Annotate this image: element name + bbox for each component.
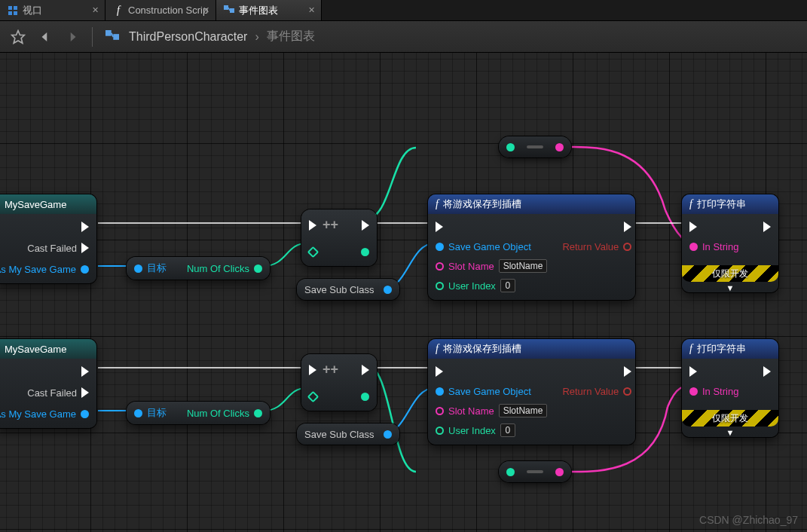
breadcrumb-root[interactable]: ThirdPersonCharacter [129, 30, 247, 44]
exec-in-pin[interactable] [436, 366, 443, 377]
nav-back-icon[interactable] [35, 26, 56, 47]
target-in-pin[interactable] [134, 409, 142, 417]
node-title: 将游戏保存到插槽 [443, 197, 521, 211]
dev-label: 仅限开发 [712, 268, 748, 280]
pin-label: Return Value [562, 386, 619, 397]
byref-in-pin[interactable] [307, 246, 319, 258]
node-title: 将游戏保存到插槽 [443, 342, 521, 356]
object-out-pin[interactable] [81, 410, 89, 418]
bool-out-pin[interactable] [623, 243, 631, 251]
node-increment[interactable]: ++ [301, 209, 377, 266]
exec-in-pin[interactable] [309, 365, 316, 375]
exec-in-pin[interactable] [689, 222, 697, 232]
node-title: MySaveGame [5, 344, 66, 355]
byref-in-pin[interactable] [307, 390, 319, 402]
pin-label: User Index [448, 425, 496, 436]
int-out-pin[interactable] [254, 264, 262, 273]
node-title: 打印字符串 [697, 197, 746, 211]
object-out-pin[interactable] [384, 430, 392, 439]
slotname-pin[interactable] [436, 262, 444, 271]
int-out-pin[interactable] [361, 393, 369, 401]
node-save-to-slot[interactable]: f将游戏保存到插槽 Save Game Object Slot NameSlot… [428, 339, 635, 445]
dev-label: 仅限开发 [712, 412, 748, 425]
svg-marker-6 [12, 30, 25, 43]
function-icon: f [113, 5, 124, 16]
node-save-to-slot[interactable]: f将游戏保存到插槽 Save Game Object Slot NameSlot… [428, 194, 635, 300]
savegameobj-pin[interactable] [436, 387, 444, 396]
pin-label: In String [702, 241, 738, 252]
reroute-in-pin[interactable] [506, 143, 515, 151]
close-icon[interactable]: ✕ [200, 5, 211, 15]
exec-out-pin[interactable] [81, 222, 89, 232]
node-get-numclicks[interactable]: 目标 Num Of Clicks [127, 402, 270, 424]
chevron-down-icon[interactable]: ▼ [682, 283, 778, 292]
node-print-string[interactable]: f打印字符串 In String 仅限开发 ▼ [682, 194, 778, 292]
int-out-pin[interactable] [361, 248, 369, 256]
reroute-out-pin[interactable] [555, 468, 564, 476]
node-savesubclass[interactable]: Save Sub Class [297, 423, 399, 445]
drag-handle-icon[interactable] [527, 470, 543, 473]
node-cast-mysavegame[interactable]: MySaveGame Cast Failed As My Save Game [0, 339, 96, 428]
nav-forward-icon[interactable] [62, 26, 83, 47]
chevron-down-icon[interactable]: ▼ [682, 428, 778, 437]
pin-label: Cast Failed [27, 387, 77, 399]
pin-label: Slot Name [448, 261, 494, 272]
graph-canvas[interactable]: MySaveGame Cast Failed As My Save Game 目… [0, 53, 807, 532]
target-in-pin[interactable] [134, 264, 142, 273]
reroute-out-pin[interactable] [555, 143, 564, 151]
pin-label: In String [702, 386, 738, 397]
exec-out-pin[interactable] [362, 220, 369, 231]
graph-toolbar: ThirdPersonCharacter › 事件图表 [0, 21, 807, 53]
close-icon[interactable]: ✕ [90, 5, 100, 15]
exec-castfailed-pin[interactable] [81, 387, 89, 398]
exec-out-pin[interactable] [624, 222, 631, 232]
function-icon: f [689, 343, 692, 355]
userindex-pin[interactable] [436, 282, 444, 290]
node-savesubclass[interactable]: Save Sub Class [297, 279, 399, 300]
reroute-node[interactable] [499, 461, 571, 482]
node-increment[interactable]: ++ [301, 354, 377, 411]
object-out-pin[interactable] [81, 265, 89, 274]
userindex-input[interactable]: 0 [500, 279, 515, 292]
pin-label: Num Of Clicks [187, 263, 249, 274]
favorite-icon[interactable] [8, 26, 29, 47]
exec-in-pin[interactable] [309, 220, 316, 231]
slotname-pin[interactable] [436, 407, 444, 415]
node-get-numclicks[interactable]: 目标 Num Of Clicks [127, 257, 270, 280]
node-title: MySaveGame [5, 199, 66, 210]
exec-out-pin[interactable] [362, 365, 369, 375]
reroute-in-pin[interactable] [506, 468, 515, 476]
function-icon: f [689, 198, 692, 210]
exec-out-pin[interactable] [624, 366, 631, 377]
op-label: ++ [322, 217, 338, 233]
node-print-string[interactable]: f打印字符串 In String 仅限开发 ▼ [682, 339, 778, 437]
exec-in-pin[interactable] [689, 366, 697, 377]
int-out-pin[interactable] [254, 409, 262, 417]
svg-rect-1 [14, 6, 17, 10]
tab-construction[interactable]: f Construction Scrip ✕ [105, 0, 216, 20]
slotname-input[interactable]: SlotName [499, 404, 548, 417]
pin-label: As My Save Game [0, 408, 76, 420]
close-icon[interactable]: ✕ [306, 5, 316, 15]
savegameobj-pin[interactable] [436, 243, 444, 251]
drag-handle-icon[interactable] [527, 145, 543, 148]
node-cast-mysavegame[interactable]: MySaveGame Cast Failed As My Save Game [0, 194, 96, 283]
exec-out-pin[interactable] [763, 366, 771, 377]
exec-castfailed-pin[interactable] [81, 243, 89, 253]
tab-label: 视口 [23, 4, 42, 17]
wire-layer [0, 53, 807, 532]
tab-eventgraph[interactable]: 事件图表 ✕ [216, 0, 322, 20]
userindex-pin[interactable] [436, 427, 444, 435]
exec-out-pin[interactable] [763, 222, 771, 232]
bool-out-pin[interactable] [623, 387, 631, 396]
slotname-input[interactable]: SlotName [499, 259, 548, 273]
instring-pin[interactable] [689, 243, 698, 251]
instring-pin[interactable] [689, 387, 698, 396]
exec-out-pin[interactable] [81, 366, 89, 377]
pin-label: Slot Name [448, 405, 494, 417]
object-out-pin[interactable] [384, 286, 392, 294]
exec-in-pin[interactable] [436, 222, 443, 232]
reroute-node[interactable] [499, 136, 571, 157]
tab-viewport[interactable]: 视口 ✕ [0, 0, 105, 20]
userindex-input[interactable]: 0 [500, 423, 515, 437]
